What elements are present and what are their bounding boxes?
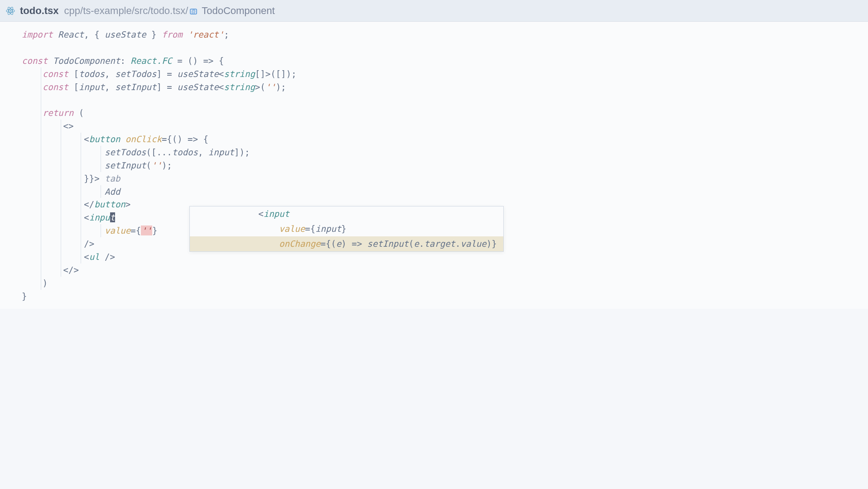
code-line[interactable]: setTodos([...todos, input]); <box>22 146 846 159</box>
code-line[interactable]: <button onClick={() => { <box>22 133 846 146</box>
jsx-attr: value <box>279 224 305 234</box>
suggestion-line[interactable]: <input <box>190 206 503 221</box>
code-editor[interactable]: import React, { useState } from 'react';… <box>0 22 868 309</box>
breadcrumb[interactable]: cpp/ts-example/src/todo.tsx/@ TodoCompon… <box>64 5 275 17</box>
breadcrumb-path-text: cpp/ts-example/src/todo.tsx/ <box>64 5 188 16</box>
keyword: const <box>43 69 68 79</box>
titlebar: todo.tsx cpp/ts-example/src/todo.tsx/@ T… <box>0 0 868 22</box>
code-line[interactable]: const [input, setInput] = useState<strin… <box>22 81 846 94</box>
jsx-attr: value <box>105 225 130 235</box>
identifier: input <box>315 224 341 234</box>
code-line[interactable]: <> <box>22 120 846 133</box>
symbol-class-icon: @ <box>189 7 198 16</box>
svg-text:@: @ <box>191 9 196 14</box>
function-call: setInput <box>105 160 146 170</box>
identifier: setTodos <box>115 69 157 79</box>
identifier: setInput <box>115 82 157 92</box>
identifier: input <box>79 82 105 92</box>
function-call: useState <box>177 69 219 79</box>
jsx-tag: button <box>94 199 125 209</box>
identifier: TodoComponent <box>53 56 121 66</box>
function-call: useState <box>177 82 219 92</box>
code-line[interactable]: setInput(''); <box>22 159 846 172</box>
identifier: React <box>58 29 84 39</box>
error-highlight: '' <box>141 225 152 235</box>
type: string <box>224 82 255 92</box>
suggestion-line[interactable]: value={input} <box>190 221 503 236</box>
identifier: e <box>336 239 341 249</box>
code-line[interactable]: }}> tab <box>22 172 846 185</box>
function-call: setInput <box>367 239 409 249</box>
string: 'react' <box>188 29 224 39</box>
jsx-text: Add <box>105 187 120 197</box>
keyword: const <box>43 82 68 92</box>
code-line[interactable]: } <box>22 290 846 303</box>
code-line[interactable]: <ul /> <box>22 250 846 264</box>
jsx-attr: onClick <box>125 134 162 144</box>
breadcrumb-symbol[interactable]: TodoComponent <box>202 5 275 16</box>
type: string <box>224 69 255 79</box>
identifier: todos <box>79 69 105 79</box>
keyword: from <box>162 29 183 39</box>
code-line[interactable] <box>22 93 846 106</box>
identifier: value <box>461 239 487 249</box>
jsx-tag: ul <box>89 252 100 262</box>
filename-tab[interactable]: todo.tsx <box>20 5 59 17</box>
identifier: target <box>424 239 455 249</box>
cursor: t <box>110 212 115 222</box>
code-line[interactable]: const [todos, setTodos] = useState<strin… <box>22 67 846 81</box>
keyword: import <box>22 29 53 39</box>
jsx-attr: onChange <box>279 239 321 249</box>
function-call: setTodos <box>105 147 146 157</box>
ghost-text: tab <box>105 173 120 183</box>
code-line[interactable]: ) <box>22 277 846 290</box>
suggestion-line-highlighted[interactable]: onChange={(e) => setInput(e.target.value… <box>190 236 503 251</box>
react-icon <box>5 6 15 16</box>
suggestion-popup[interactable]: <input value={input} onChange={(e) => se… <box>189 206 504 252</box>
type: React.FC <box>130 56 172 66</box>
keyword: return <box>43 108 74 118</box>
jsx-tag: input <box>264 209 289 219</box>
identifier: todos <box>172 147 198 157</box>
code-line[interactable] <box>22 41 846 54</box>
code-line[interactable]: return ( <box>22 106 846 120</box>
svg-point-3 <box>10 10 11 11</box>
keyword: const <box>22 56 48 66</box>
identifier: input <box>208 147 234 157</box>
code-line[interactable]: const TodoComponent: React.FC = () => { <box>22 54 846 67</box>
identifier: useState <box>105 29 146 39</box>
jsx-tag: inpu <box>89 212 110 222</box>
code-line[interactable]: Add <box>22 185 846 198</box>
code-line[interactable]: import React, { useState } from 'react'; <box>22 28 846 41</box>
jsx-tag: button <box>89 134 121 144</box>
code-line[interactable]: </> <box>22 264 846 277</box>
